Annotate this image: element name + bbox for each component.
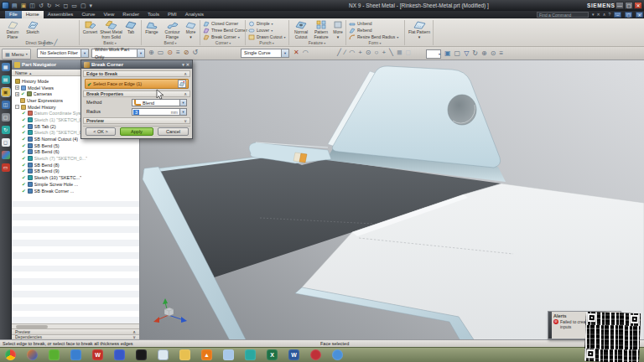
tree-item[interactable]: ✔SB Bend (9) bbox=[12, 168, 139, 175]
tab-render[interactable]: Render bbox=[118, 11, 143, 18]
menu-more-icon[interactable]: ▾ bbox=[90, 0, 93, 11]
normal-cutout-button[interactable]: Normal Cutout bbox=[292, 19, 310, 40]
constraint-navigator-icon[interactable]: ▤ bbox=[2, 75, 10, 84]
tree-item[interactable]: ✔SB Bend (6) bbox=[12, 149, 139, 156]
roles-icon[interactable] bbox=[2, 151, 10, 159]
tab-pmi[interactable]: PMI bbox=[164, 11, 181, 18]
chrome-icon[interactable] bbox=[5, 349, 16, 360]
help-icon[interactable]: ? bbox=[608, 11, 610, 18]
undo-icon[interactable]: ↺ bbox=[39, 0, 44, 11]
checkbox-icon[interactable]: ✔ bbox=[22, 143, 26, 148]
tab-view[interactable]: View bbox=[99, 11, 118, 18]
tab-feature-button[interactable]: Tab bbox=[123, 19, 138, 40]
checkbox-icon[interactable]: ✔ bbox=[22, 137, 26, 142]
expand-icon[interactable]: + bbox=[15, 92, 19, 96]
doc-minimize-button[interactable]: – bbox=[614, 12, 621, 18]
cut-icon[interactable]: ✂ bbox=[55, 0, 60, 11]
face-select-icon[interactable] bbox=[178, 80, 186, 88]
break-corner-button[interactable]: Break Corner▾ bbox=[203, 34, 240, 40]
tree-item[interactable]: ✔SB Bend (8) bbox=[12, 162, 139, 168]
checkbox-icon[interactable]: ✔ bbox=[22, 156, 26, 161]
checkbox-icon[interactable]: ✔ bbox=[22, 124, 26, 129]
datum-plane-button[interactable]: Datum Plane bbox=[2, 19, 23, 40]
open-icon[interactable]: ▣ bbox=[21, 0, 27, 11]
reuse-library-icon[interactable]: ◫ bbox=[2, 101, 10, 109]
curve-rule-dropdown[interactable]: Single Curve▼ bbox=[241, 49, 289, 58]
history-icon[interactable]: ↻ bbox=[2, 126, 10, 134]
tree-item[interactable]: ✔SB Bend (5) bbox=[12, 142, 139, 149]
dimple-button[interactable]: Dimple▾ bbox=[248, 20, 273, 27]
ok-button[interactable]: < OK > bbox=[86, 127, 116, 136]
process-studio-icon[interactable]: ▭ bbox=[2, 163, 10, 172]
doc-close-button[interactable]: ✕ bbox=[636, 12, 643, 18]
clear-search-icon[interactable]: ✕ bbox=[597, 11, 600, 18]
tab-tools[interactable]: Tools bbox=[143, 11, 164, 18]
curve-tools-iconrow[interactable]: ✕ ◠ bbox=[293, 48, 309, 58]
closed-corner-button[interactable]: Closed Corner bbox=[203, 20, 238, 27]
checkbox-icon[interactable]: ✔ bbox=[22, 175, 26, 180]
drawn-cutout-button[interactable]: Drawn Cutout▾ bbox=[248, 34, 286, 40]
select-face-or-edge-row[interactable]: ✔ Select Face or Edge (1) bbox=[85, 79, 189, 89]
expand-icon[interactable]: + bbox=[15, 85, 19, 90]
dialog-close-icon[interactable]: ✕ bbox=[186, 62, 190, 67]
edge-to-break-section[interactable]: Edge to Break∧ bbox=[83, 70, 190, 77]
tree-item[interactable]: ✔Sketch (7) "SKETCH_0..." bbox=[12, 155, 139, 162]
break-properties-section[interactable]: Break Properties∧ bbox=[83, 90, 190, 97]
maximize-button[interactable]: ▢ bbox=[625, 2, 633, 9]
graphics-viewport[interactable] bbox=[140, 60, 644, 339]
excel-icon[interactable]: X bbox=[267, 349, 278, 360]
teal-app-icon[interactable] bbox=[245, 349, 256, 360]
bend-more-button[interactable]: More ▾ bbox=[184, 19, 197, 40]
tab-home[interactable]: Home bbox=[22, 11, 44, 18]
radius-input[interactable]: 3 mm ▼ bbox=[132, 108, 187, 116]
search-options-icon[interactable]: ▾ bbox=[592, 11, 595, 18]
document-blue-icon[interactable] bbox=[223, 349, 234, 360]
tree-item[interactable]: ✔SB Break Corner ... bbox=[12, 188, 139, 194]
copy-icon[interactable]: ◻ bbox=[64, 0, 69, 11]
method-dropdown[interactable]: Blend ▼ bbox=[132, 99, 187, 106]
tab-file[interactable]: File bbox=[5, 11, 22, 18]
selection-tools-iconrow[interactable]: ⊕▭ ⊙≡ ⊘↺ bbox=[148, 48, 198, 58]
vlc-icon[interactable]: ▲ bbox=[201, 349, 212, 360]
new-icon[interactable]: ▤ bbox=[12, 0, 18, 11]
paste-icon[interactable]: ▭ bbox=[71, 0, 77, 11]
web-browser-icon[interactable]: ◻ bbox=[2, 138, 10, 147]
checkbox-icon[interactable]: ✔ bbox=[22, 149, 26, 154]
checkbox-icon[interactable]: ✔ bbox=[22, 130, 26, 135]
tab-curve[interactable]: Curve bbox=[77, 11, 99, 18]
three-bend-corner-button[interactable]: Three Bend Corner▾ bbox=[203, 27, 251, 34]
save-icon[interactable]: ◫ bbox=[29, 0, 35, 11]
checkbox-icon[interactable]: ✔ bbox=[22, 168, 26, 173]
green-app-icon[interactable] bbox=[49, 349, 60, 360]
folder-icon[interactable] bbox=[70, 349, 81, 360]
tree-item[interactable]: ✔Sketch (10) "SKETC..." bbox=[12, 174, 139, 181]
checkbox-icon[interactable]: ✔ bbox=[22, 111, 26, 116]
minimize-ribbon-icon[interactable]: ∧ bbox=[603, 11, 606, 18]
pattern-feature-button[interactable]: Pattern Feature bbox=[311, 19, 331, 40]
blue-app-icon[interactable] bbox=[332, 349, 343, 360]
collapse-icon[interactable]: − bbox=[15, 105, 19, 109]
snap-point-iconrow[interactable]: ╱∕ ◠+ ⊙○ +╲ ◼◻ bbox=[337, 48, 411, 58]
selection-scope-dropdown[interactable]: Within Work Part Only▼ bbox=[91, 49, 145, 58]
tab-assemblies[interactable]: Assemblies bbox=[44, 11, 78, 18]
media-app-icon[interactable] bbox=[114, 349, 125, 360]
checkbox-icon[interactable]: ✔ bbox=[22, 189, 26, 194]
view-palette-icon[interactable]: ▢ bbox=[2, 113, 10, 122]
flange-button[interactable]: Flange bbox=[143, 19, 160, 40]
assembly-navigator-icon[interactable]: ▦ bbox=[2, 63, 10, 71]
photo-viewer-icon[interactable] bbox=[136, 349, 147, 360]
flat-pattern-button[interactable]: Flat Pattern ▾ bbox=[408, 19, 431, 40]
sketch-button[interactable]: Sketch bbox=[23, 19, 42, 40]
resize-bend-radius-button[interactable]: Resize Bend Radius▾ bbox=[349, 34, 398, 40]
selection-filter-dropdown[interactable]: No Selection Filter▼ bbox=[37, 49, 89, 58]
app-icon[interactable] bbox=[2, 2, 9, 9]
menu-button[interactable]: ▦ Menu ▾ bbox=[2, 49, 31, 59]
preview-section[interactable]: Preview∨ bbox=[83, 117, 190, 124]
word-icon[interactable]: W bbox=[288, 349, 299, 360]
sheet-metal-from-solid-button[interactable]: Sheet Metal from Solid bbox=[100, 19, 122, 40]
rebend-button[interactable]: Rebend bbox=[349, 27, 372, 34]
unbend-button[interactable]: Unbend bbox=[349, 20, 372, 27]
feature-more-button[interactable]: More ▾ bbox=[332, 19, 344, 40]
close-button[interactable]: ✕ bbox=[634, 2, 642, 9]
cancel-button[interactable]: Cancel bbox=[158, 127, 189, 136]
